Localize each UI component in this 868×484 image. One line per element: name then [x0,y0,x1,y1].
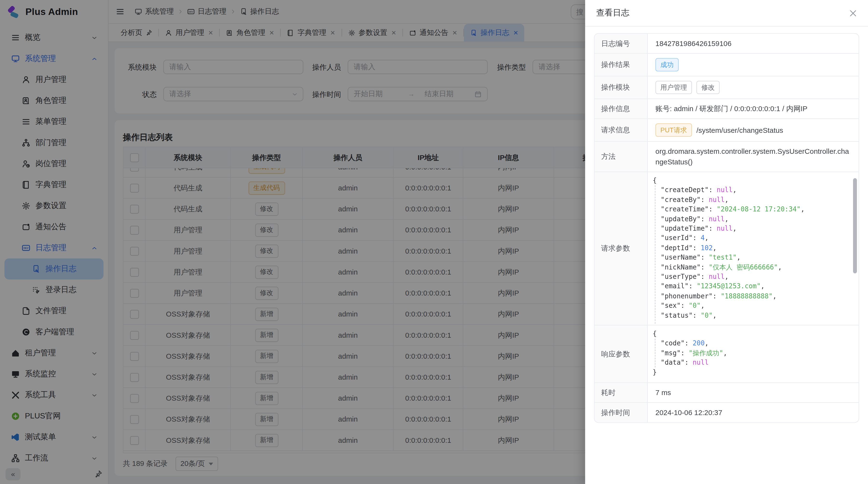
detail-label: 操作结果 [595,54,648,76]
detail-label: 操作信息 [595,99,648,118]
scrollbar[interactable] [853,174,857,323]
detail-row-操作时间: 操作时间2024-10-06 12:20:37 [595,402,859,422]
detail-row-操作信息: 操作信息账号: admin / 研发部门 / 0:0:0:0:0:0:0:1 /… [595,99,859,119]
detail-value: 账号: admin / 研发部门 / 0:0:0:0:0:0:0:1 / 内网I… [648,99,859,118]
log-detail-table: 日志编号1842781986426159106操作结果成功操作模块用户管理修改操… [594,33,859,423]
value-tag: 成功 [655,58,679,71]
request-url: /system/user/changeStatus [696,125,783,135]
detail-value: { "code": 200, "msg": "操作成功", "data": nu… [648,325,859,382]
detail-value: PUT请求/system/user/changeStatus [648,119,859,141]
code-lines: { "code": 200, "msg": "操作成功", "data": nu… [648,325,859,378]
indent-guide [655,185,655,324]
drawer-title: 查看日志 [596,8,629,18]
detail-row-日志编号: 日志编号1842781986426159106 [595,34,859,53]
json-code-block[interactable]: { "code": 200, "msg": "操作成功", "data": nu… [648,325,859,382]
detail-row-请求参数: 请求参数{ "createDept": null, "createBy": nu… [595,172,859,325]
detail-label: 操作模块 [595,76,648,99]
detail-value: 1842781986426159106 [648,34,859,53]
detail-row-操作模块: 操作模块用户管理修改 [595,76,859,99]
detail-label: 响应参数 [595,325,648,382]
detail-label: 操作时间 [595,403,648,422]
log-detail-drawer: 查看日志 日志编号1842781986426159106操作结果成功操作模块用户… [585,0,868,484]
detail-value: { "createDept": null, "createBy": null, … [648,172,859,325]
indent-guide [655,338,655,367]
detail-row-响应参数: 响应参数{ "code": 200, "msg": "操作成功", "data"… [595,325,859,383]
value-tag: 修改 [696,81,719,94]
detail-value: org.dromara.system.controller.system.Sys… [648,142,859,172]
detail-value: 7 ms [648,383,859,402]
request-method-tag: PUT请求 [655,123,692,137]
json-code-block[interactable]: { "createDept": null, "createBy": null, … [648,172,859,325]
detail-row-耗时: 耗时7 ms [595,382,859,402]
detail-label: 日志编号 [595,34,648,53]
scrollbar-thumb[interactable] [853,178,857,273]
value-tag: 用户管理 [655,81,692,94]
code-lines: { "createDept": null, "createBy": null, … [648,172,859,321]
close-icon[interactable] [849,9,857,17]
app-root: Plus Admin 概览系统管理用户管理角色管理菜单管理部门管理岗位管理字典管… [0,0,868,484]
detail-row-请求信息: 请求信息PUT请求/system/user/changeStatus [595,118,859,141]
detail-label: 请求信息 [595,119,648,141]
drawer-header: 查看日志 [585,0,868,27]
detail-row-操作结果: 操作结果成功 [595,53,859,76]
detail-value: 2024-10-06 12:20:37 [648,403,859,422]
detail-value: 用户管理修改 [648,76,859,99]
detail-value: 成功 [648,54,859,76]
detail-label: 方法 [595,142,648,172]
detail-label: 请求参数 [595,172,648,325]
detail-row-方法: 方法org.dromara.system.controller.system.S… [595,141,859,171]
detail-label: 耗时 [595,383,648,402]
